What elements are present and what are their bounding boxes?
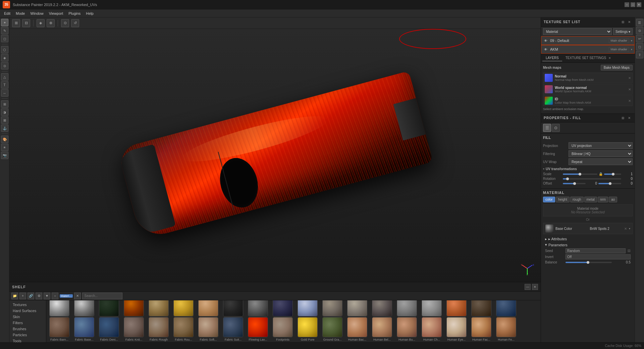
menu-viewport[interactable]: Viewport bbox=[46, 11, 66, 16]
mm-select-ambient[interactable]: Select ambient occlusion map. bbox=[543, 107, 633, 111]
tool-text[interactable]: T bbox=[1, 81, 8, 89]
channel-btn-color[interactable]: color bbox=[543, 197, 555, 202]
shelf-filter-btn[interactable]: ▼ bbox=[44, 293, 50, 299]
material-item-17[interactable]: Damascus ... bbox=[470, 300, 493, 316]
material-item-0[interactable]: Aluminium ... bbox=[48, 300, 71, 316]
parameters-header[interactable]: ▾ Parameters bbox=[545, 243, 631, 247]
channel-btn-metal[interactable]: metal bbox=[584, 197, 597, 202]
mesh-map-item-id[interactable]: ID Color Map from Mesh AKM ✕ bbox=[543, 95, 633, 106]
ts-close-btn[interactable]: ✕ bbox=[627, 19, 632, 25]
shelf-minimize-btn[interactable]: — bbox=[525, 284, 531, 290]
shelf-nav-hard-surfaces[interactable]: Hard Surfaces bbox=[9, 308, 46, 314]
menu-plugins[interactable]: Plugins bbox=[66, 11, 83, 16]
tool-color[interactable]: 🎨 bbox=[1, 136, 8, 143]
slider-track-scale[interactable] bbox=[563, 173, 597, 175]
base-color-arrow[interactable]: ▾ bbox=[629, 227, 630, 230]
tab-layers[interactable]: LAYERS bbox=[542, 55, 562, 61]
right-icon-display[interactable]: ◻ bbox=[636, 43, 643, 50]
props-expand-btn[interactable]: ⊞ bbox=[620, 115, 626, 121]
shelf-add-btn[interactable]: + bbox=[19, 293, 26, 299]
tool-paint[interactable]: ✎ bbox=[1, 27, 8, 34]
shelf-nav-tools[interactable]: Tools bbox=[9, 338, 46, 342]
prop-view-layers-btn[interactable]: ☰ bbox=[543, 124, 551, 132]
ts-eye-icon-09[interactable]: 👁 bbox=[543, 38, 548, 43]
prop-view-channels-btn[interactable]: ⊙ bbox=[552, 124, 560, 132]
material-item-2[interactable]: Fabric Deni... bbox=[97, 317, 121, 342]
material-mode-dropdown[interactable]: Material bbox=[543, 28, 612, 35]
tool-fill[interactable]: ⬡ bbox=[1, 46, 8, 53]
shelf-nav-filters[interactable]: Filters bbox=[9, 320, 46, 326]
mesh-map-item-normal[interactable]: Normal Normal Map from Mesh AKM ✕ bbox=[543, 72, 633, 83]
seed-randomize-btn[interactable]: ⚄ bbox=[628, 249, 631, 253]
prop-filtering-dropdown[interactable]: Bilinear | HQ bbox=[569, 150, 633, 157]
material-item-7[interactable]: Carbon Fiber bbox=[221, 300, 245, 316]
bake-mesh-maps-btn[interactable]: Bake Mesh Maps bbox=[601, 65, 633, 70]
material-item-16[interactable]: Human Eye... bbox=[445, 317, 468, 342]
material-item-18[interactable]: Human Fe... bbox=[494, 317, 518, 342]
channel-btn-rough[interactable]: rough bbox=[570, 197, 584, 202]
right-icon-layers[interactable]: ☰ bbox=[636, 19, 643, 26]
tool-camera[interactable]: 📷 bbox=[1, 152, 8, 159]
material-item-2[interactable]: Artificial Lea... bbox=[97, 300, 121, 316]
shelf-nav-textures[interactable]: Textures bbox=[9, 302, 46, 308]
canvas-area[interactable]: 📁 ⊞ 🎥 📷 bbox=[9, 29, 541, 282]
material-item-14[interactable]: Human Bu... bbox=[395, 317, 419, 342]
material-item-5[interactable]: Fabric Rou... bbox=[172, 317, 195, 342]
right-icon-props[interactable]: ⊙ bbox=[636, 27, 643, 34]
material-item-4[interactable]: Baked Light _ bbox=[147, 300, 170, 316]
shelf-config-btn[interactable]: ⚙ bbox=[36, 293, 42, 299]
maximize-button[interactable]: □ bbox=[631, 2, 635, 7]
prop-projection-dropdown[interactable]: UV projection bbox=[569, 142, 633, 149]
mm-close-world[interactable]: ✕ bbox=[628, 88, 631, 91]
tool-anchor[interactable]: ⚓ bbox=[1, 124, 8, 132]
ts-shader-09[interactable]: Main shader bbox=[609, 38, 629, 43]
material-item-17[interactable]: Human Fac... bbox=[470, 317, 493, 342]
shelf-search-input[interactable] bbox=[82, 293, 122, 299]
material-item-0[interactable]: Fabric Barn... bbox=[48, 317, 71, 342]
channel-btn-ao[interactable]: ao bbox=[609, 197, 617, 202]
menu-mode[interactable]: Mode bbox=[13, 11, 28, 16]
lock-icon-scale[interactable]: 🔒 bbox=[599, 172, 603, 176]
window-controls[interactable]: – □ ✕ bbox=[625, 2, 641, 7]
tool-measure[interactable]: ↔ bbox=[1, 89, 8, 97]
mm-close-id[interactable]: ✕ bbox=[628, 99, 631, 103]
toolbar-align-btn[interactable]: ◈ bbox=[37, 19, 45, 27]
right-icon-history[interactable]: ↩ bbox=[636, 35, 643, 42]
material-item-6[interactable]: Fabric Soft... bbox=[197, 317, 220, 342]
shelf-nav-brushes[interactable]: Brushes bbox=[9, 326, 46, 332]
material-item-1[interactable]: Aluminium ... bbox=[72, 300, 96, 316]
material-item-16[interactable]: Copper Pure bbox=[445, 300, 468, 316]
material-item-8[interactable]: Flowing Lav... bbox=[246, 317, 270, 342]
material-item-3[interactable]: Autumn Leaf bbox=[122, 300, 146, 316]
ts-eye-icon-akm[interactable]: 👁 bbox=[543, 47, 548, 52]
material-item-9[interactable]: Footprints bbox=[271, 317, 294, 342]
slider-track-rotation[interactable] bbox=[563, 178, 621, 180]
shelf-circle-btn[interactable]: ○ bbox=[52, 293, 58, 299]
tool-mask[interactable]: ◑ bbox=[1, 108, 8, 116]
material-item-1[interactable]: Fabric Base... bbox=[72, 317, 96, 342]
material-item-10[interactable]: Gold Pure bbox=[296, 317, 319, 342]
tool-env[interactable]: ☀ bbox=[1, 144, 8, 151]
ts-arrow-09[interactable]: ▾ bbox=[631, 39, 632, 42]
tool-smudge[interactable]: ⊙ bbox=[1, 62, 8, 69]
shelf-nav-skin[interactable]: Skin bbox=[9, 314, 46, 320]
material-item-9[interactable]: Coated Metal bbox=[271, 300, 294, 316]
shelf-folder-btn[interactable]: 📁 bbox=[11, 293, 18, 299]
slider-track-offset-x[interactable] bbox=[563, 183, 586, 184]
material-item-5[interactable]: Brass Pure bbox=[172, 300, 195, 316]
channel-btn-nrm[interactable]: nrm bbox=[598, 197, 608, 202]
material-item-3[interactable]: Fabric Knit... bbox=[122, 317, 146, 342]
tool-clone[interactable]: ◈ bbox=[1, 54, 8, 61]
toolbar-reset-btn[interactable]: ↺ bbox=[71, 19, 79, 27]
slider-track-scale2[interactable] bbox=[604, 173, 621, 175]
material-item-14[interactable]: Concrete Si... bbox=[395, 300, 419, 316]
slider-track-offset-y[interactable] bbox=[598, 183, 621, 184]
shelf-close-btn[interactable]: ✕ bbox=[532, 284, 538, 290]
material-item-11[interactable]: Ground Gra... bbox=[321, 317, 344, 342]
toolbar-transform-btn[interactable]: ⊕ bbox=[47, 19, 55, 27]
base-color-row[interactable]: Base Color BnW Spots 2 ✕ ▾ bbox=[543, 223, 633, 234]
tool-layers[interactable]: ⊞ bbox=[1, 100, 8, 108]
material-item-13[interactable]: Concrete D... bbox=[370, 300, 394, 316]
mesh-map-item-world[interactable]: World space normal World Space Normals A… bbox=[543, 84, 633, 95]
tab-texture-settings-close[interactable]: ✕ bbox=[608, 56, 611, 60]
